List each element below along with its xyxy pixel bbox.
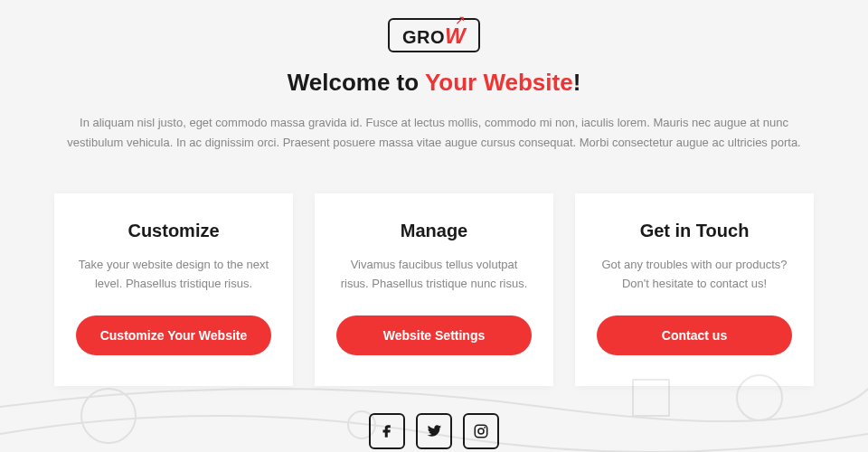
hero-title-highlight: Your Website	[425, 69, 573, 96]
instagram-button[interactable]	[463, 413, 499, 449]
logo-arrow-icon: ↗	[455, 13, 466, 27]
card-manage: Manage Vivamus faucibus tellus volutpat …	[315, 193, 553, 386]
card-description: Take your website design to the next lev…	[76, 256, 271, 294]
svg-point-6	[484, 427, 486, 428]
instagram-icon	[473, 423, 489, 439]
hero-title-suffix: !	[573, 69, 581, 96]
hero-title-prefix: Welcome to	[288, 69, 425, 96]
contact-button[interactable]: Contact us	[597, 315, 792, 355]
social-links	[54, 413, 814, 449]
cards-row: Customize Take your website design to th…	[54, 193, 814, 386]
hero-title: Welcome to Your Website!	[54, 69, 814, 97]
settings-button[interactable]: Website Settings	[336, 315, 532, 355]
card-title: Customize	[76, 221, 271, 241]
card-title: Manage	[336, 221, 532, 241]
logo: ↗ GROW	[388, 18, 480, 52]
card-description: Got any troubles with our products? Don'…	[597, 256, 792, 294]
card-description: Vivamus faucibus tellus volutpat risus. …	[336, 256, 532, 294]
card-customize: Customize Take your website design to th…	[54, 193, 293, 386]
card-title: Get in Touch	[597, 221, 792, 241]
card-contact: Get in Touch Got any troubles with our p…	[575, 193, 814, 386]
logo-text-part1: GRO	[402, 27, 445, 47]
twitter-icon	[426, 423, 442, 439]
facebook-icon	[379, 423, 395, 439]
twitter-button[interactable]	[416, 413, 452, 449]
svg-point-5	[478, 428, 484, 434]
customize-button[interactable]: Customize Your Website	[76, 315, 271, 355]
hero-description: In aliquam nisl justo, eget commodo mass…	[63, 113, 805, 153]
logo-text-part2: W	[445, 24, 466, 48]
facebook-button[interactable]	[369, 413, 405, 449]
